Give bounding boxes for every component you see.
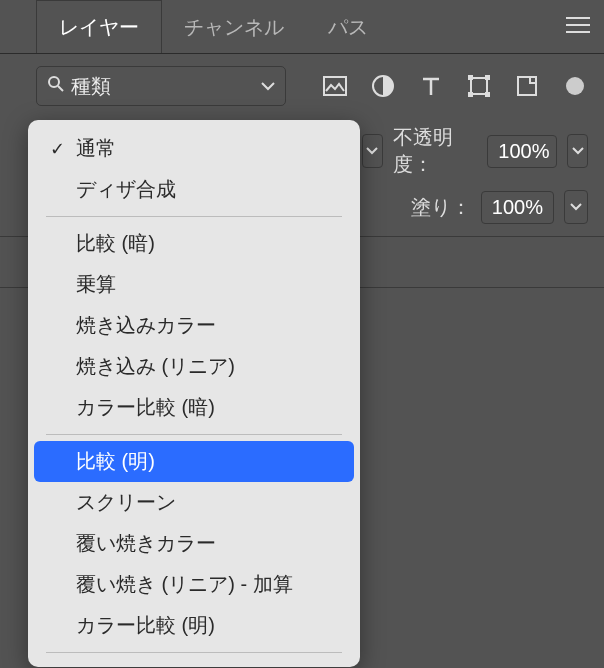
smartobject-filter-icon[interactable]	[514, 73, 540, 99]
menu-separator	[46, 216, 342, 217]
blend-mode-item-multiply[interactable]: 乗算	[28, 264, 360, 305]
pixel-filter-icon[interactable]	[322, 73, 348, 99]
adjustment-filter-icon[interactable]	[370, 73, 396, 99]
blend-mode-item-dissolve[interactable]: ディザ合成	[28, 169, 360, 210]
menu-separator	[46, 434, 342, 435]
svg-rect-5	[485, 75, 490, 80]
svg-rect-1	[324, 77, 346, 95]
menu-item-label: 覆い焼き (リニア) - 加算	[76, 571, 293, 598]
menu-item-label: カラー比較 (暗)	[76, 394, 215, 421]
filter-row: 種類	[0, 54, 604, 118]
menu-item-label: 焼き込みカラー	[76, 312, 216, 339]
svg-rect-7	[485, 92, 490, 97]
check-icon: ✓	[44, 138, 70, 160]
menu-item-label: スクリーン	[76, 489, 176, 516]
opacity-caret[interactable]	[567, 134, 588, 168]
blend-mode-item-lighten[interactable]: 比較 (明)	[34, 441, 354, 482]
tab-label: レイヤー	[59, 14, 139, 41]
opacity-value[interactable]: 100%	[487, 135, 557, 168]
opacity-label: 不透明度：	[393, 124, 478, 178]
blend-mode-menu: ✓ 通常 ディザ合成 比較 (暗) 乗算 焼き込みカラー 焼き込み (リニア) …	[28, 120, 360, 667]
search-icon	[47, 75, 65, 97]
svg-rect-4	[468, 75, 473, 80]
blend-mode-dropdown-caret[interactable]	[362, 134, 383, 168]
blend-mode-item-lineardodge[interactable]: 覆い焼き (リニア) - 加算	[28, 564, 360, 605]
filter-kind-label: 種類	[71, 73, 261, 100]
svg-point-0	[49, 77, 59, 87]
panel-tabs: レイヤー チャンネル パス	[0, 0, 604, 54]
chevron-down-icon	[261, 77, 275, 95]
menu-separator	[46, 652, 342, 653]
filter-kind-dropdown[interactable]: 種類	[36, 66, 286, 106]
tab-label: チャンネル	[184, 14, 284, 41]
blend-mode-item-colordodge[interactable]: 覆い焼きカラー	[28, 523, 360, 564]
blend-mode-item-screen[interactable]: スクリーン	[28, 482, 360, 523]
blend-mode-item-darken[interactable]: 比較 (暗)	[28, 223, 360, 264]
filter-toggle[interactable]	[566, 77, 584, 95]
menu-item-label: 比較 (明)	[76, 448, 155, 475]
tab-layers[interactable]: レイヤー	[36, 0, 162, 53]
svg-rect-8	[518, 77, 536, 95]
menu-item-label: 乗算	[76, 271, 116, 298]
menu-item-label: 通常	[76, 135, 116, 162]
filter-icons	[322, 73, 584, 99]
blend-mode-item-linearburn[interactable]: 焼き込み (リニア)	[28, 346, 360, 387]
svg-rect-6	[468, 92, 473, 97]
tab-paths[interactable]: パス	[306, 0, 390, 53]
shape-filter-icon[interactable]	[466, 73, 492, 99]
menu-item-label: 焼き込み (リニア)	[76, 353, 235, 380]
menu-item-label: ディザ合成	[76, 176, 176, 203]
tab-channels[interactable]: チャンネル	[162, 0, 306, 53]
type-filter-icon[interactable]	[418, 73, 444, 99]
panel-menu-icon[interactable]	[566, 16, 590, 38]
fill-caret[interactable]	[564, 190, 588, 224]
menu-item-label: カラー比較 (明)	[76, 612, 215, 639]
blend-mode-item-lightercolor[interactable]: カラー比較 (明)	[28, 605, 360, 646]
blend-mode-item-normal[interactable]: ✓ 通常	[28, 128, 360, 169]
blend-mode-item-darkercolor[interactable]: カラー比較 (暗)	[28, 387, 360, 428]
svg-rect-3	[471, 78, 487, 94]
tab-label: パス	[328, 14, 368, 41]
fill-label: 塗り：	[411, 194, 471, 221]
blend-mode-item-colorburn[interactable]: 焼き込みカラー	[28, 305, 360, 346]
menu-item-label: 比較 (暗)	[76, 230, 155, 257]
menu-item-label: 覆い焼きカラー	[76, 530, 216, 557]
fill-value[interactable]: 100%	[481, 191, 554, 224]
